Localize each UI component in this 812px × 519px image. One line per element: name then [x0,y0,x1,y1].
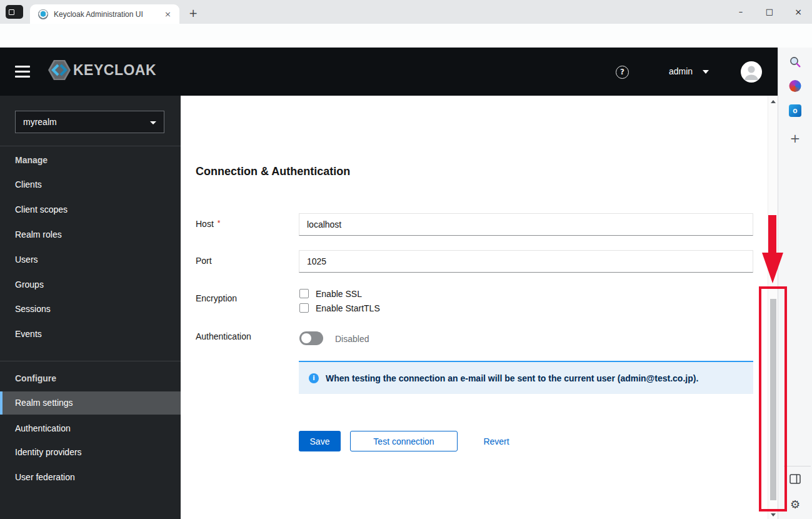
user-menu-label: admin [669,66,693,76]
enable-starttls-label: Enable StartTLS [316,303,380,313]
test-connection-button[interactable]: Test connection [350,431,458,451]
keycloak-favicon-icon [38,9,48,19]
authentication-toggle[interactable] [299,331,323,345]
edge-sidebar: o + ⚙ [778,48,812,519]
sidebar-item-clients[interactable]: Clients [0,172,181,197]
nav-toggle-button[interactable] [15,66,30,78]
new-tab-button[interactable]: + [185,6,201,22]
realm-selector-value: myrealm [23,117,57,127]
sidebar-settings-button[interactable]: ⚙ [790,498,800,511]
sidebar-search-button[interactable] [788,55,802,69]
avatar-icon [741,61,762,83]
keycloak-logo: KEYCLOAK [48,59,156,81]
alert-text: When testing the connection an e-mail wi… [326,373,698,383]
tab-close-button[interactable]: × [161,9,174,19]
sidebar-panel-button[interactable] [789,474,801,484]
microsoft-365-icon [789,80,801,92]
main-content: Connection & Authentication Host* Port E… [181,96,768,519]
encryption-label: Encryption [196,293,237,303]
sidebar-item-user-federation[interactable]: User federation [0,465,181,490]
sidebar-item-users[interactable]: Users [0,247,181,272]
chevron-down-icon [703,70,709,74]
required-asterisk: * [218,219,221,228]
sidebar-item-realm-settings[interactable]: Realm settings [0,391,181,415]
authentication-state: Disabled [335,334,369,344]
brand-text: KEYCLOAK [73,62,156,79]
sidebar-item-realm-roles[interactable]: Realm roles [0,222,181,247]
user-avatar[interactable] [741,61,762,83]
keycloak-body: myrealm Manage Clients Client scopes Rea… [0,96,778,519]
chevron-down-icon [150,121,156,124]
window-minimize-button[interactable]: – [727,0,754,24]
help-button[interactable]: ? [616,66,629,79]
page-scrollbar[interactable] [768,96,778,519]
realm-selector[interactable]: myrealm [15,111,164,133]
tab-actions-button[interactable] [6,5,23,19]
browser-window: Keycloak Administration UI × + – □ × ← l… [0,0,812,519]
sidebar-outlook-button[interactable]: o [789,104,801,117]
host-label: Host* [196,219,220,229]
section-label-manage: Manage [15,155,48,165]
browser-titlebar: Keycloak Administration UI × + – □ × [0,0,812,24]
scroll-up-icon[interactable] [771,100,776,103]
sidebar-item-client-scopes[interactable]: Client scopes [0,197,181,222]
side-panel-icon [789,474,801,484]
sidebar-divider [0,146,181,146]
toggle-knob-icon [301,333,311,343]
enable-ssl-checkbox[interactable] [299,289,309,298]
info-icon: i [309,373,319,383]
edge-sidebar-divider [784,466,811,466]
sidebar-divider [0,361,181,361]
sidebar-item-identity-providers[interactable]: Identity providers [0,440,181,465]
window-maximize-button[interactable]: □ [756,0,783,24]
window-close-button[interactable]: × [784,0,812,24]
sidebar-add-button[interactable]: + [790,131,801,146]
host-input[interactable] [299,213,753,236]
scroll-down-icon[interactable] [771,513,776,516]
keycloak-masthead: KEYCLOAK ? admin [0,48,778,96]
outlook-icon: o [789,104,801,117]
authentication-label: Authentication [196,331,251,341]
save-button[interactable]: Save [299,431,341,451]
sidebar-item-groups[interactable]: Groups [0,272,181,297]
enable-ssl-label: Enable SSL [316,289,362,299]
sidebar: myrealm Manage Clients Client scopes Rea… [0,96,181,519]
scrollbar-thumb[interactable] [770,299,776,500]
port-label: Port [196,256,212,266]
sidebar-item-events[interactable]: Events [0,321,181,346]
revert-button[interactable]: Revert [478,431,515,451]
browser-toolbar: ← localhost:8080/admin/master/console/#/… [0,24,812,48]
sidebar-microsoft365-button[interactable] [789,80,801,92]
workspaces-icon [9,9,14,15]
search-icon [788,55,802,69]
port-input[interactable] [299,250,753,273]
current-page-indicator [0,391,3,415]
sidebar-item-authentication[interactable]: Authentication [0,416,181,441]
web-content-row: KEYCLOAK ? admin myrealm [0,48,812,519]
tab-title: Keycloak Administration UI [54,10,161,19]
keycloak-logo-icon [48,59,71,81]
sidebar-item-sessions[interactable]: Sessions [0,296,181,321]
browser-tab[interactable]: Keycloak Administration UI × [30,4,179,24]
section-label-configure: Configure [15,373,56,383]
page-title: Connection & Authentication [196,165,350,178]
info-alert: i When testing the connection an e-mail … [299,361,753,394]
user-menu-button[interactable]: admin [669,66,709,76]
page-viewport: KEYCLOAK ? admin myrealm [0,48,778,519]
enable-starttls-checkbox[interactable] [299,303,309,313]
